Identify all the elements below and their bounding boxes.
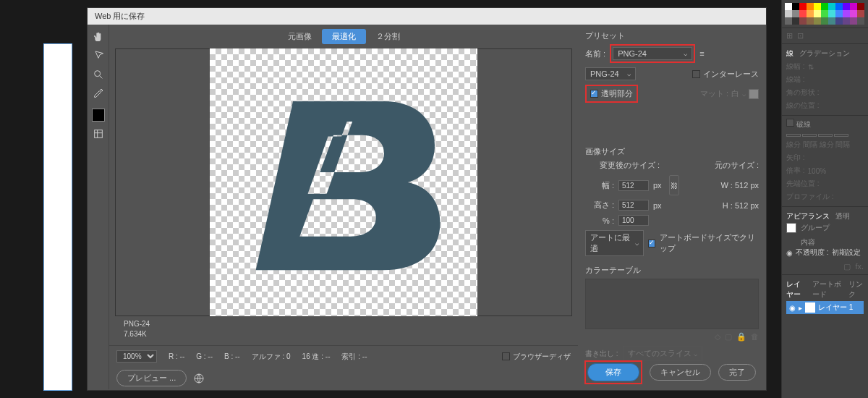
panel-icon[interactable]: ⊞ xyxy=(786,31,793,41)
appearance-tab[interactable]: アピアランス xyxy=(786,211,830,221)
width-label: 幅 : xyxy=(585,180,614,191)
pos-label: 線の位置 : xyxy=(786,101,820,111)
corner-label: 角の形状 : xyxy=(786,88,820,98)
stepper-icon[interactable]: ⇅ xyxy=(808,63,814,71)
hand-tool-icon[interactable] xyxy=(92,30,105,43)
svg-point-0 xyxy=(94,71,100,77)
g-value: G : -- xyxy=(196,352,213,360)
tab-optimized[interactable]: 最適化 xyxy=(322,29,366,44)
canvas-artboard xyxy=(43,43,72,391)
slice-tool-icon[interactable] xyxy=(92,49,105,62)
dialog-toolbar xyxy=(88,25,109,389)
color-table-toolbar: ◇ ▢ 🔒 🗑 xyxy=(585,332,759,342)
info-bar: 100% R : -- G : -- B : -- アルファ : 0 16 進 … xyxy=(109,345,578,367)
logo-artwork xyxy=(242,81,445,284)
transparency-tab[interactable]: 透明 xyxy=(835,211,850,221)
cancel-button[interactable]: キャンセル xyxy=(650,364,711,381)
save-for-web-dialog: Web 用に保存 元画像 最適化 ２分割 xyxy=(87,7,767,391)
transparency-label: 透明部分 xyxy=(601,88,633,99)
format-select[interactable]: PNG-24⌵ xyxy=(585,67,636,80)
preview-meta: PNG-24 7.634K xyxy=(115,316,572,342)
right-panels: ⊞⊡ 線 グラデーション 線幅 :⇅ 線端 : 角の形状 : 線の位置 : 破線… xyxy=(781,0,868,398)
after-size-label: 変更後のサイズ : xyxy=(600,160,660,171)
tab-original[interactable]: 元画像 xyxy=(278,29,322,44)
color-swatches[interactable] xyxy=(782,0,868,27)
export-select[interactable]: すべてのスライス⌵ xyxy=(623,346,702,361)
transparency-checkbox[interactable] xyxy=(590,90,598,98)
arrow-label: 矢印 : xyxy=(786,153,805,163)
interlace-checkbox[interactable] xyxy=(692,70,700,78)
eyedropper-tool-icon[interactable] xyxy=(92,87,105,100)
matte-value: 白 xyxy=(731,88,739,99)
settings-panel: プリセット 名前 : PNG-24⌵ ≡ PNG-24⌵ インターレース xyxy=(578,25,766,389)
tab-split[interactable]: ２分割 xyxy=(366,29,410,44)
globe-icon[interactable] xyxy=(192,372,205,385)
opacity-label: 不透明度 : xyxy=(796,247,829,258)
trash-icon[interactable]: 🗑 xyxy=(751,332,759,342)
b-value: B : -- xyxy=(224,352,240,360)
slice-visibility-icon[interactable] xyxy=(92,127,105,140)
width-input[interactable] xyxy=(618,180,649,191)
layer-row[interactable]: ◉ ▸ レイヤー 1 xyxy=(786,301,864,314)
ct-icon-2[interactable]: ▢ xyxy=(725,332,732,342)
matte-swatch[interactable] xyxy=(749,89,759,99)
dash-checkbox[interactable] xyxy=(786,119,794,127)
filesize-label: 7.634K xyxy=(124,329,563,339)
expand-icon[interactable]: ▸ xyxy=(799,304,802,312)
link-dimensions-icon[interactable]: ⛓ xyxy=(669,175,679,195)
preset-highlight: PNG-24⌵ xyxy=(610,44,695,63)
save-highlight: 保存 xyxy=(584,360,642,384)
fx-icon[interactable]: fx. xyxy=(855,262,864,271)
fit-select[interactable]: アートに最適⌵ xyxy=(585,230,644,256)
layer-thumbnail xyxy=(805,302,815,313)
stroke-tab[interactable]: 線 xyxy=(786,48,793,59)
percent-input[interactable] xyxy=(618,215,649,226)
image-size-header: 画像サイズ xyxy=(585,146,759,157)
browser-dither-label: ブラウザーディザ xyxy=(513,352,571,362)
group-label: グループ xyxy=(801,223,830,233)
stroke-width-label: 線幅 : xyxy=(786,62,805,72)
gradient-tab[interactable]: グラデーション xyxy=(799,48,850,59)
preview-button[interactable]: プレビュー ... xyxy=(116,370,187,386)
eye-icon[interactable]: ◉ xyxy=(786,249,793,257)
preset-select[interactable]: PNG-24⌵ xyxy=(613,47,692,60)
preset-label: プリセット xyxy=(585,30,759,41)
panel-icon-2[interactable]: ⊡ xyxy=(797,31,804,41)
ct-icon-1[interactable]: ◇ xyxy=(715,332,720,342)
pct-label: % : xyxy=(585,216,614,225)
zoom-tool-icon[interactable] xyxy=(92,68,105,81)
profile-label: プロファイル : xyxy=(786,192,834,202)
contents-label: 内容 xyxy=(786,237,864,247)
artboard-tab[interactable]: アートボード xyxy=(812,279,843,300)
zoom-select[interactable]: 100% xyxy=(116,350,157,363)
dialog-actions: 保存 キャンセル 完了 xyxy=(584,360,756,384)
preview-frame[interactable] xyxy=(115,48,572,316)
layers-tab[interactable]: レイヤー xyxy=(786,279,807,300)
orig-size-label: 元のサイズ : xyxy=(715,160,759,171)
opacity-value: 初期設定 xyxy=(832,247,861,258)
lock-icon[interactable]: 🔒 xyxy=(736,332,746,342)
alpha-value: アルファ : 0 xyxy=(252,352,291,362)
height-input[interactable] xyxy=(618,200,649,211)
export-label: 書き出し : xyxy=(585,349,618,359)
tip-label: 先端位置 : xyxy=(786,179,820,189)
orig-width: W : 512 px xyxy=(720,181,759,190)
height-label: 高さ : xyxy=(585,200,614,211)
transparency-checker xyxy=(210,48,477,316)
browser-dither-checkbox[interactable] xyxy=(502,352,510,360)
orig-height: H : 512 px xyxy=(723,201,759,210)
save-button[interactable]: 保存 xyxy=(587,363,639,381)
scale-label: 倍率 : xyxy=(786,166,805,176)
ap-icon-1[interactable]: ▢ xyxy=(843,262,851,271)
done-button[interactable]: 完了 xyxy=(718,364,756,381)
layer-name: レイヤー 1 xyxy=(818,302,853,313)
px-label: px xyxy=(653,181,662,190)
appearance-swatch xyxy=(786,223,796,233)
visibility-icon[interactable]: ◉ xyxy=(789,304,796,312)
preview-area: 元画像 最適化 ２分割 PNG-24 7.634K 100 xyxy=(109,25,578,389)
link-tab[interactable]: リンク xyxy=(848,279,864,300)
clip-artboard-checkbox[interactable] xyxy=(648,240,655,247)
foreground-color-swatch[interactable] xyxy=(92,109,105,122)
px-label-2: px xyxy=(653,201,662,210)
preset-menu-icon[interactable]: ≡ xyxy=(699,49,704,58)
